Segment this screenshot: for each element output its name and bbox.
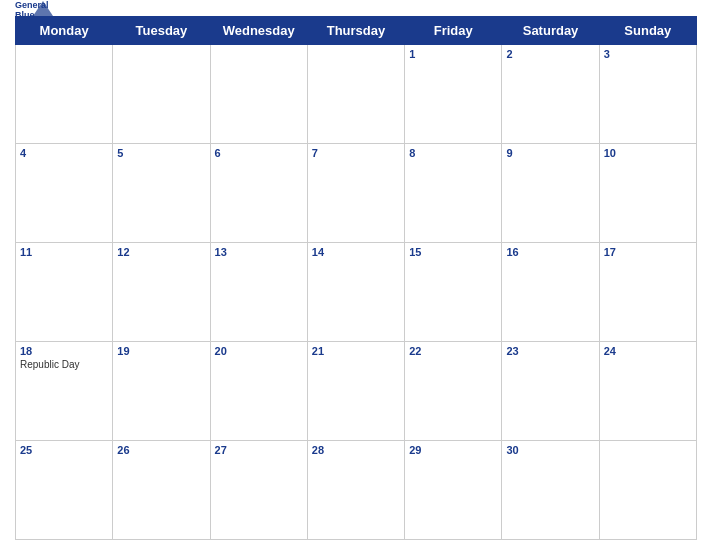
day-number: 14 [312, 246, 400, 258]
day-number: 23 [506, 345, 594, 357]
day-number: 10 [604, 147, 692, 159]
day-number: 7 [312, 147, 400, 159]
day-number: 12 [117, 246, 205, 258]
day-cell: 16 [502, 243, 599, 342]
day-cell: 15 [405, 243, 502, 342]
day-number: 21 [312, 345, 400, 357]
day-number: 27 [215, 444, 303, 456]
day-number: 15 [409, 246, 497, 258]
day-cell [210, 45, 307, 144]
day-number: 8 [409, 147, 497, 159]
day-cell: 20 [210, 342, 307, 441]
day-cell: 2 [502, 45, 599, 144]
svg-text:Blue: Blue [15, 10, 35, 20]
weekday-header-row: MondayTuesdayWednesdayThursdayFridaySatu… [16, 17, 697, 45]
day-number: 9 [506, 147, 594, 159]
week-row-3: 11121314151617 [16, 243, 697, 342]
day-number: 25 [20, 444, 108, 456]
day-cell: 10 [599, 144, 696, 243]
day-cell: 24 [599, 342, 696, 441]
day-cell: 29 [405, 441, 502, 540]
week-row-2: 45678910 [16, 144, 697, 243]
day-cell: 9 [502, 144, 599, 243]
logo: General Blue [15, 0, 53, 24]
day-cell: 28 [307, 441, 404, 540]
weekday-header-friday: Friday [405, 17, 502, 45]
day-number: 30 [506, 444, 594, 456]
day-cell: 17 [599, 243, 696, 342]
day-cell: 12 [113, 243, 210, 342]
day-cell: 21 [307, 342, 404, 441]
day-cell [599, 441, 696, 540]
weekday-header-saturday: Saturday [502, 17, 599, 45]
day-cell: 4 [16, 144, 113, 243]
day-cell: 30 [502, 441, 599, 540]
day-number: 28 [312, 444, 400, 456]
day-number: 17 [604, 246, 692, 258]
day-cell: 19 [113, 342, 210, 441]
day-cell: 27 [210, 441, 307, 540]
day-cell: 23 [502, 342, 599, 441]
day-cell: 3 [599, 45, 696, 144]
day-number: 11 [20, 246, 108, 258]
day-cell [307, 45, 404, 144]
day-cell: 18Republic Day [16, 342, 113, 441]
day-number: 16 [506, 246, 594, 258]
day-number: 20 [215, 345, 303, 357]
day-cell: 22 [405, 342, 502, 441]
day-cell: 25 [16, 441, 113, 540]
day-number: 19 [117, 345, 205, 357]
day-cell: 7 [307, 144, 404, 243]
day-cell [113, 45, 210, 144]
day-cell: 13 [210, 243, 307, 342]
day-cell: 26 [113, 441, 210, 540]
day-number: 13 [215, 246, 303, 258]
day-number: 18 [20, 345, 108, 357]
day-number: 6 [215, 147, 303, 159]
calendar-table: MondayTuesdayWednesdayThursdayFridaySatu… [15, 16, 697, 540]
day-number: 24 [604, 345, 692, 357]
weekday-header-thursday: Thursday [307, 17, 404, 45]
week-row-1: 123 [16, 45, 697, 144]
day-cell: 14 [307, 243, 404, 342]
day-number: 3 [604, 48, 692, 60]
day-cell: 1 [405, 45, 502, 144]
day-number: 29 [409, 444, 497, 456]
day-cell: 5 [113, 144, 210, 243]
day-cell: 6 [210, 144, 307, 243]
day-number: 4 [20, 147, 108, 159]
weekday-header-wednesday: Wednesday [210, 17, 307, 45]
day-number: 2 [506, 48, 594, 60]
week-row-4: 18Republic Day192021222324 [16, 342, 697, 441]
weekday-header-sunday: Sunday [599, 17, 696, 45]
day-number: 26 [117, 444, 205, 456]
day-cell [16, 45, 113, 144]
weekday-header-tuesday: Tuesday [113, 17, 210, 45]
event-label: Republic Day [20, 359, 108, 370]
week-row-5: 252627282930 [16, 441, 697, 540]
day-cell: 8 [405, 144, 502, 243]
day-number: 1 [409, 48, 497, 60]
day-number: 5 [117, 147, 205, 159]
day-cell: 11 [16, 243, 113, 342]
day-number: 22 [409, 345, 497, 357]
